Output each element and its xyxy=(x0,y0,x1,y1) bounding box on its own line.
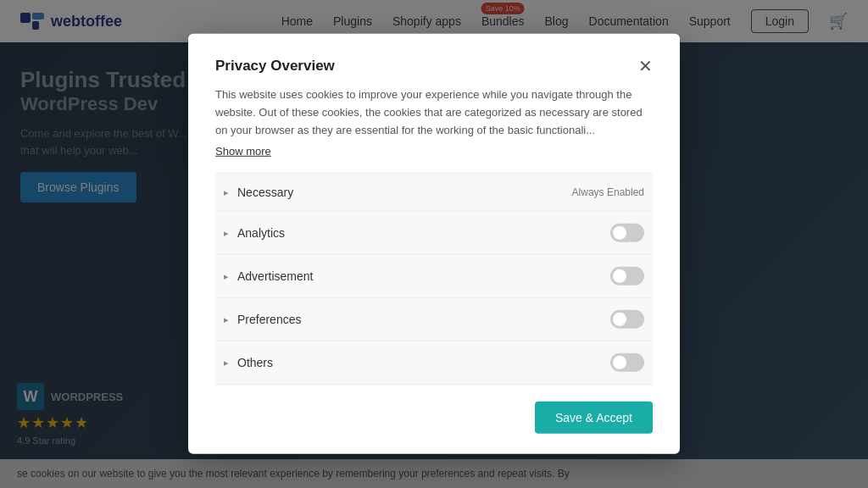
cookie-row-left-advertisement: ▸ Advertisement xyxy=(224,269,313,283)
toggle-preferences[interactable] xyxy=(610,310,644,329)
cookie-row-others[interactable]: ▸ Others xyxy=(215,341,653,385)
always-enabled-label: Always Enabled xyxy=(572,186,644,198)
modal-description: This website uses cookies to improve you… xyxy=(215,86,653,139)
cookie-label-analytics: Analytics xyxy=(237,226,285,240)
privacy-overview-modal: Privacy Overview ✕ This website uses coo… xyxy=(188,34,680,454)
cookie-row-left-others: ▸ Others xyxy=(224,356,273,369)
cookie-row-left-analytics: ▸ Analytics xyxy=(224,226,285,240)
cookie-label-preferences: Preferences xyxy=(237,313,301,326)
toggle-advertisement[interactable] xyxy=(610,267,644,286)
toggle-analytics[interactable] xyxy=(610,224,644,242)
cookie-row-left-preferences: ▸ Preferences xyxy=(224,313,301,326)
modal-footer: Save & Accept xyxy=(215,402,653,434)
cookie-row-preferences[interactable]: ▸ Preferences xyxy=(215,298,653,341)
cookie-row-left-necessary: ▸ Necessary xyxy=(224,186,293,199)
cookie-label-others: Others xyxy=(237,356,273,369)
chevron-advertisement-icon: ▸ xyxy=(224,271,229,282)
close-button[interactable]: ✕ xyxy=(638,58,653,75)
modal-title: Privacy Overview xyxy=(215,58,335,75)
cookie-row-advertisement[interactable]: ▸ Advertisement xyxy=(215,255,653,298)
chevron-analytics-icon: ▸ xyxy=(224,228,229,239)
cookie-row-analytics[interactable]: ▸ Analytics xyxy=(215,212,653,255)
cookie-label-necessary: Necessary xyxy=(237,186,293,199)
cookie-row-necessary[interactable]: ▸ Necessary Always Enabled xyxy=(215,174,653,212)
toggle-others[interactable] xyxy=(610,353,644,372)
modal-header: Privacy Overview ✕ xyxy=(215,58,653,75)
chevron-preferences-icon: ▸ xyxy=(224,314,229,325)
chevron-necessary-icon: ▸ xyxy=(224,187,229,198)
cookie-label-advertisement: Advertisement xyxy=(237,269,313,283)
chevron-others-icon: ▸ xyxy=(224,358,229,369)
cookie-sections: ▸ Necessary Always Enabled ▸ Analytics ▸… xyxy=(215,173,653,385)
show-more-link[interactable]: Show more xyxy=(215,145,271,158)
save-accept-button[interactable]: Save & Accept xyxy=(535,402,653,434)
